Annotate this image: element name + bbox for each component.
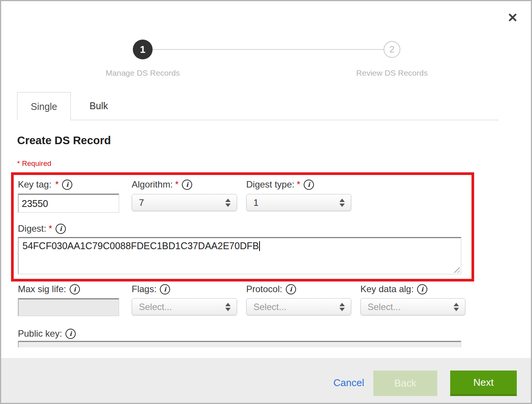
tab-single[interactable]: Single xyxy=(17,92,71,120)
key-data-alg-label-text: Key data alg: xyxy=(360,284,414,294)
digest-type-select[interactable]: 1 xyxy=(246,194,351,211)
up-down-arrows-icon xyxy=(339,303,345,311)
max-sig-life-input[interactable] xyxy=(18,298,119,316)
text-cursor xyxy=(259,241,260,251)
algorithm-label-text: Algorithm: xyxy=(132,179,173,190)
protocol-select[interactable]: Select... xyxy=(246,298,351,315)
create-ds-record-dialog: ✕ 1 2 Manage DS Records Review DS Record… xyxy=(0,0,532,404)
key-data-alg-info-icon[interactable]: i xyxy=(417,284,427,294)
protocol-label: Protocol: i xyxy=(246,283,296,295)
max-sig-life-label: Max sig life: i xyxy=(18,283,80,295)
digest-type-label: Digest type: * i xyxy=(246,179,314,190)
algorithm-select-value: 7 xyxy=(132,197,225,208)
public-key-textarea[interactable] xyxy=(18,341,461,347)
protocol-label-text: Protocol: xyxy=(246,284,282,294)
public-key-label-text: Public key: xyxy=(18,328,62,339)
public-key-label: Public key: i xyxy=(18,328,76,339)
page-title: Create DS Record xyxy=(17,134,111,147)
key-data-alg-select-value: Select... xyxy=(361,302,454,312)
key-tag-required-asterisk: * xyxy=(55,179,59,190)
key-data-alg-label: Key data alg: i xyxy=(360,283,427,295)
key-tag-label-text: Key tag: xyxy=(18,179,51,190)
public-key-info-icon[interactable]: i xyxy=(65,329,76,339)
required-note: * Required xyxy=(17,159,51,168)
digest-required-asterisk: * xyxy=(49,223,52,234)
digest-type-info-icon[interactable]: i xyxy=(304,180,314,190)
algorithm-info-icon[interactable]: i xyxy=(182,180,192,190)
flags-select-value: Select... xyxy=(132,302,225,312)
protocol-info-icon[interactable]: i xyxy=(286,284,296,294)
stepper-step-2-label: Review DS Records xyxy=(323,68,460,78)
digest-label: Digest: * i xyxy=(18,223,66,234)
algorithm-required-asterisk: * xyxy=(175,179,178,190)
key-tag-info-icon[interactable]: i xyxy=(62,180,72,190)
tab-underline-rule xyxy=(71,120,499,120)
stepper-step-1-label: Manage DS Records xyxy=(74,68,211,78)
algorithm-select[interactable]: 7 xyxy=(132,194,237,211)
up-down-arrows-icon xyxy=(454,303,459,311)
digest-type-select-value: 1 xyxy=(247,197,339,208)
stepper-step-2-circle: 2 xyxy=(384,41,400,58)
flags-label: Flags: i xyxy=(132,283,170,295)
next-button[interactable]: Next xyxy=(450,371,517,396)
close-icon[interactable]: ✕ xyxy=(506,11,519,25)
digest-label-text: Digest: xyxy=(18,223,46,234)
flags-label-text: Flags: xyxy=(132,284,156,294)
up-down-arrows-icon xyxy=(225,199,231,207)
up-down-arrows-icon xyxy=(225,303,231,311)
algorithm-label: Algorithm: * i xyxy=(132,179,192,190)
digest-type-required-asterisk: * xyxy=(297,179,300,190)
key-data-alg-select[interactable]: Select... xyxy=(360,298,465,315)
up-down-arrows-icon xyxy=(339,199,345,207)
max-sig-life-label-text: Max sig life: xyxy=(18,284,66,294)
back-button[interactable]: Back xyxy=(373,371,437,396)
digest-textarea-value: 54FCF030AA1C79C0088FDEC1BD1C37DAA2E70DFB xyxy=(22,240,259,251)
flags-info-icon[interactable]: i xyxy=(160,284,170,294)
stepper-step-1-circle: 1 xyxy=(133,40,153,59)
resize-handle-icon[interactable] xyxy=(452,266,460,273)
max-sig-life-info-icon[interactable]: i xyxy=(70,284,80,294)
cancel-button[interactable]: Cancel xyxy=(333,377,364,389)
key-tag-label: Key tag: * i xyxy=(18,179,72,190)
protocol-select-value: Select... xyxy=(247,302,339,312)
digest-type-label-text: Digest type: xyxy=(246,179,295,190)
flags-select[interactable]: Select... xyxy=(132,298,237,315)
stepper-connector-line xyxy=(143,49,392,50)
key-tag-input[interactable] xyxy=(18,194,119,213)
digest-textarea[interactable]: 54FCF030AA1C79C0088FDEC1BD1C37DAA2E70DFB xyxy=(18,237,461,274)
digest-info-icon[interactable]: i xyxy=(56,224,66,234)
tab-bulk[interactable]: Bulk xyxy=(71,92,127,120)
